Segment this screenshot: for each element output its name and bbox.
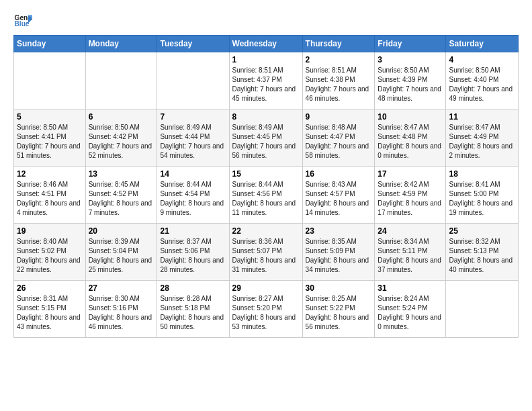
calendar-cell (85, 52, 157, 109)
day-number: 11 (449, 112, 515, 122)
day-info: Sunrise: 8:28 AM Sunset: 5:18 PM Dayligh… (160, 294, 226, 332)
logo-icon: General Blue (13, 11, 32, 30)
calendar-cell: 31Sunrise: 8:24 AM Sunset: 5:24 PM Dayli… (375, 281, 446, 338)
calendar-cell: 19Sunrise: 8:40 AM Sunset: 5:02 PM Dayli… (14, 224, 86, 281)
calendar-week-3: 12Sunrise: 8:46 AM Sunset: 4:51 PM Dayli… (14, 167, 519, 224)
day-number: 17 (378, 169, 443, 179)
day-info: Sunrise: 8:42 AM Sunset: 4:59 PM Dayligh… (378, 180, 443, 218)
day-info: Sunrise: 8:32 AM Sunset: 5:13 PM Dayligh… (449, 237, 515, 275)
calendar-cell: 9Sunrise: 8:48 AM Sunset: 4:47 PM Daylig… (302, 109, 375, 167)
day-number: 19 (17, 226, 83, 236)
calendar-cell: 15Sunrise: 8:44 AM Sunset: 4:56 PM Dayli… (229, 167, 302, 224)
day-info: Sunrise: 8:46 AM Sunset: 4:51 PM Dayligh… (17, 180, 83, 218)
calendar-cell: 26Sunrise: 8:31 AM Sunset: 5:15 PM Dayli… (14, 281, 86, 338)
weekday-wednesday: Wednesday (229, 36, 302, 52)
day-info: Sunrise: 8:50 AM Sunset: 4:42 PM Dayligh… (89, 123, 154, 161)
calendar-cell: 23Sunrise: 8:35 AM Sunset: 5:09 PM Dayli… (302, 224, 375, 281)
calendar-cell: 1Sunrise: 8:51 AM Sunset: 4:37 PM Daylig… (229, 52, 302, 109)
day-info: Sunrise: 8:37 AM Sunset: 5:06 PM Dayligh… (160, 237, 226, 275)
calendar-cell: 30Sunrise: 8:25 AM Sunset: 5:22 PM Dayli… (302, 281, 375, 338)
day-info: Sunrise: 8:45 AM Sunset: 4:52 PM Dayligh… (89, 180, 154, 218)
calendar-cell: 28Sunrise: 8:28 AM Sunset: 5:18 PM Dayli… (157, 281, 229, 338)
day-number: 28 (160, 283, 226, 293)
day-number: 13 (89, 169, 154, 179)
calendar-cell: 16Sunrise: 8:43 AM Sunset: 4:57 PM Dayli… (302, 167, 375, 224)
day-number: 20 (89, 226, 154, 236)
calendar-cell: 7Sunrise: 8:49 AM Sunset: 4:44 PM Daylig… (157, 109, 229, 167)
day-info: Sunrise: 8:51 AM Sunset: 4:37 PM Dayligh… (232, 66, 300, 103)
day-number: 10 (378, 112, 443, 122)
weekday-tuesday: Tuesday (157, 36, 229, 52)
weekday-thursday: Thursday (302, 36, 375, 52)
calendar-cell: 11Sunrise: 8:47 AM Sunset: 4:49 PM Dayli… (446, 109, 519, 167)
day-number: 15 (232, 169, 300, 179)
calendar-week-2: 5Sunrise: 8:50 AM Sunset: 4:41 PM Daylig… (14, 109, 519, 167)
day-number: 23 (306, 226, 372, 236)
day-number: 18 (449, 169, 515, 179)
day-number: 8 (232, 112, 300, 122)
weekday-sunday: Sunday (14, 36, 86, 52)
calendar-cell: 17Sunrise: 8:42 AM Sunset: 4:59 PM Dayli… (375, 167, 446, 224)
calendar-cell: 4Sunrise: 8:50 AM Sunset: 4:40 PM Daylig… (446, 52, 519, 109)
calendar-cell: 27Sunrise: 8:30 AM Sunset: 5:16 PM Dayli… (85, 281, 157, 338)
calendar-cell: 3Sunrise: 8:50 AM Sunset: 4:39 PM Daylig… (375, 52, 446, 109)
day-info: Sunrise: 8:49 AM Sunset: 4:44 PM Dayligh… (160, 123, 226, 161)
weekday-friday: Friday (375, 36, 446, 52)
logo: General Blue (13, 11, 35, 30)
day-info: Sunrise: 8:31 AM Sunset: 5:15 PM Dayligh… (17, 294, 83, 332)
weekday-saturday: Saturday (446, 36, 519, 52)
calendar-cell: 2Sunrise: 8:51 AM Sunset: 4:38 PM Daylig… (302, 52, 375, 109)
calendar-cell: 18Sunrise: 8:41 AM Sunset: 5:00 PM Dayli… (446, 167, 519, 224)
calendar-cell: 20Sunrise: 8:39 AM Sunset: 5:04 PM Dayli… (85, 224, 157, 281)
calendar-week-5: 26Sunrise: 8:31 AM Sunset: 5:15 PM Dayli… (14, 281, 519, 338)
day-number: 27 (89, 283, 154, 293)
calendar-cell (446, 281, 519, 338)
day-number: 30 (306, 283, 372, 293)
day-number: 12 (17, 169, 83, 179)
day-info: Sunrise: 8:24 AM Sunset: 5:24 PM Dayligh… (378, 294, 443, 332)
day-info: Sunrise: 8:44 AM Sunset: 4:56 PM Dayligh… (232, 180, 300, 218)
day-number: 1 (232, 55, 300, 64)
day-info: Sunrise: 8:49 AM Sunset: 4:45 PM Dayligh… (232, 123, 300, 161)
day-info: Sunrise: 8:50 AM Sunset: 4:41 PM Dayligh… (17, 123, 83, 161)
day-info: Sunrise: 8:47 AM Sunset: 4:48 PM Dayligh… (378, 123, 443, 161)
day-info: Sunrise: 8:51 AM Sunset: 4:38 PM Dayligh… (306, 66, 372, 103)
day-info: Sunrise: 8:35 AM Sunset: 5:09 PM Dayligh… (306, 237, 372, 275)
day-number: 24 (378, 226, 443, 236)
calendar-cell: 10Sunrise: 8:47 AM Sunset: 4:48 PM Dayli… (375, 109, 446, 167)
calendar-cell (14, 52, 86, 109)
day-number: 2 (306, 55, 372, 64)
calendar-cell: 25Sunrise: 8:32 AM Sunset: 5:13 PM Dayli… (446, 224, 519, 281)
calendar-cell: 21Sunrise: 8:37 AM Sunset: 5:06 PM Dayli… (157, 224, 229, 281)
day-info: Sunrise: 8:40 AM Sunset: 5:02 PM Dayligh… (17, 237, 83, 275)
day-number: 6 (89, 112, 154, 122)
weekday-header-row: SundayMondayTuesdayWednesdayThursdayFrid… (14, 36, 519, 52)
day-number: 25 (449, 226, 515, 236)
svg-text:Blue: Blue (15, 20, 30, 28)
day-number: 9 (306, 112, 372, 122)
day-number: 31 (378, 283, 443, 293)
header: General Blue (13, 11, 519, 30)
page: General Blue SundayMondayTuesdayWednesda… (0, 0, 532, 345)
calendar-table: SundayMondayTuesdayWednesdayThursdayFrid… (13, 35, 519, 338)
day-number: 4 (449, 55, 515, 64)
day-number: 7 (160, 112, 226, 122)
calendar-cell: 29Sunrise: 8:27 AM Sunset: 5:20 PM Dayli… (229, 281, 302, 338)
calendar-cell (157, 52, 229, 109)
calendar-cell: 14Sunrise: 8:44 AM Sunset: 4:54 PM Dayli… (157, 167, 229, 224)
day-info: Sunrise: 8:30 AM Sunset: 5:16 PM Dayligh… (89, 294, 154, 332)
day-number: 22 (232, 226, 300, 236)
calendar-cell: 22Sunrise: 8:36 AM Sunset: 5:07 PM Dayli… (229, 224, 302, 281)
day-info: Sunrise: 8:39 AM Sunset: 5:04 PM Dayligh… (89, 237, 154, 275)
weekday-monday: Monday (85, 36, 157, 52)
day-info: Sunrise: 8:36 AM Sunset: 5:07 PM Dayligh… (232, 237, 300, 275)
day-number: 29 (232, 283, 300, 293)
calendar-cell: 5Sunrise: 8:50 AM Sunset: 4:41 PM Daylig… (14, 109, 86, 167)
calendar-cell: 8Sunrise: 8:49 AM Sunset: 4:45 PM Daylig… (229, 109, 302, 167)
day-number: 16 (306, 169, 372, 179)
day-info: Sunrise: 8:48 AM Sunset: 4:47 PM Dayligh… (306, 123, 372, 161)
day-info: Sunrise: 8:25 AM Sunset: 5:22 PM Dayligh… (306, 294, 372, 332)
calendar-cell: 6Sunrise: 8:50 AM Sunset: 4:42 PM Daylig… (85, 109, 157, 167)
day-number: 14 (160, 169, 226, 179)
calendar-week-1: 1Sunrise: 8:51 AM Sunset: 4:37 PM Daylig… (14, 52, 519, 109)
